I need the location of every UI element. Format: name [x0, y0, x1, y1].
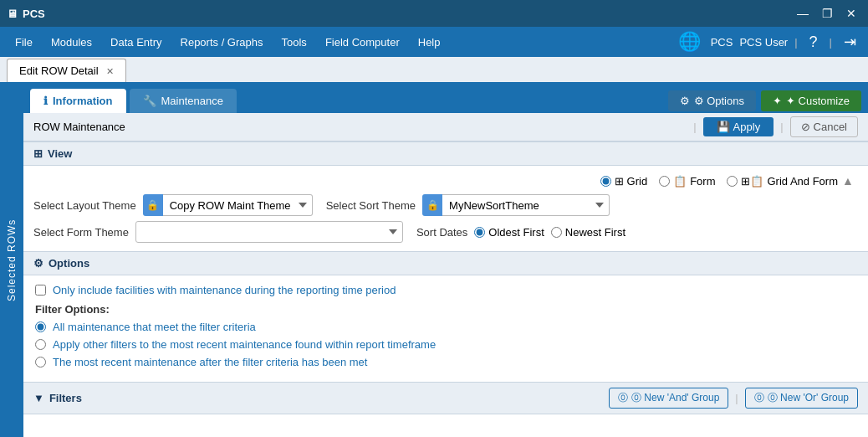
- action-bar-title: ROW Maintenance: [33, 121, 125, 133]
- sort-lock-icon: 🔒: [422, 194, 442, 216]
- options-button[interactable]: ⚙ ⚙ Options: [668, 90, 756, 111]
- and-group-icon: ⓪: [618, 391, 628, 405]
- view-section-header: ⊞ View: [23, 141, 868, 166]
- save-icon: 💾: [717, 121, 730, 133]
- radio-grid-and-form[interactable]: ⊞📋 Grid And Form: [727, 175, 838, 188]
- view-header-label: View: [48, 147, 72, 160]
- tab-maintenance-label: Maintenance: [161, 95, 223, 107]
- apply-button[interactable]: 💾 Apply: [703, 117, 774, 136]
- sort-theme-select-container: 🔒 MyNewSortTheme: [422, 194, 610, 216]
- app-title: PCS: [23, 8, 45, 20]
- menu-tools[interactable]: Tools: [273, 33, 315, 52]
- sort-dates-label: Sort Dates: [416, 226, 467, 239]
- minimize-btn[interactable]: —: [792, 5, 814, 22]
- logout-icon[interactable]: ⇥: [839, 31, 861, 53]
- help-icon[interactable]: ?: [804, 32, 823, 53]
- options-section: Only include facilities with maintenance…: [23, 275, 868, 382]
- tab-label: Edit ROW Detail: [19, 64, 99, 77]
- form-theme-select[interactable]: [135, 221, 403, 243]
- new-or-group-button[interactable]: ⓪ ⓪ New 'Or' Group: [745, 388, 858, 409]
- sort-theme-label: Select Sort Theme: [326, 199, 416, 212]
- filters-separator: |: [735, 392, 738, 404]
- radio-grid-and-form-input[interactable]: [727, 176, 738, 187]
- customize-button[interactable]: ✦ ✦ Customize: [761, 90, 861, 111]
- content-panel: ℹ Information 🔧 Maintenance ⚙ ⚙ Options …: [23, 84, 868, 437]
- content-tab-left: ℹ Information 🔧 Maintenance: [30, 89, 237, 113]
- options-header-label: Options: [49, 257, 89, 270]
- oldest-first-label: Oldest First: [488, 226, 544, 239]
- apply-label: Apply: [733, 121, 761, 133]
- action-bar: ROW Maintenance | 💾 Apply | ⊘ Cancel: [23, 113, 868, 141]
- maintenance-icon: 🔧: [143, 95, 156, 107]
- or-group-icon: ⓪: [754, 391, 764, 405]
- menu-data-entry[interactable]: Data Entry: [102, 33, 170, 52]
- options-gear-icon: ⚙: [33, 257, 43, 270]
- maximize-btn[interactable]: ❐: [817, 5, 838, 22]
- cancel-label: Cancel: [814, 121, 847, 133]
- radio-form-input[interactable]: [659, 176, 670, 187]
- sort-theme-select[interactable]: MyNewSortTheme: [442, 194, 610, 216]
- radio-most-recent-label[interactable]: The most recent maintenance after the fi…: [53, 356, 367, 368]
- radio-newest-first[interactable]: Newest First: [551, 226, 625, 239]
- radio-apply-other-label[interactable]: Apply other filters to the most recent m…: [53, 338, 436, 351]
- menu-file[interactable]: File: [7, 33, 41, 52]
- cancel-icon: ⊘: [801, 121, 810, 133]
- new-and-group-button[interactable]: ⓪ ⓪ New 'And' Group: [609, 388, 728, 409]
- separator-1: |: [693, 121, 696, 133]
- grid-and-form-icon: ⊞📋: [741, 175, 763, 188]
- filter-options-label: Filter Options:: [35, 303, 856, 316]
- filters-header-label: Filters: [49, 392, 82, 404]
- view-row-3: Select Form Theme Sort Dates Oldest Firs…: [33, 221, 858, 243]
- sort-dates-group: Sort Dates Oldest First Newest First: [416, 226, 625, 239]
- view-row-1: ⊞ Grid 📋 Form ⊞📋 Grid And Form: [33, 174, 858, 188]
- body-scroll[interactable]: ⊞ View ⊞ Grid 📋: [23, 141, 868, 437]
- content-tab-right: ⚙ ⚙ Options ✦ ✦ Customize: [668, 90, 861, 111]
- layout-theme-group: Select Layout Theme 🔒 Copy ROW Maint The…: [33, 194, 313, 216]
- radio-all-maintenance-input[interactable]: [35, 321, 46, 332]
- tab-information[interactable]: ℹ Information: [30, 89, 126, 113]
- checkbox-row-1: Only include facilities with maintenance…: [35, 284, 856, 296]
- radio-grid-input[interactable]: [600, 176, 611, 187]
- gear-icon: ⚙: [680, 95, 690, 107]
- tab-close-btn[interactable]: ✕: [106, 66, 114, 76]
- filters-body: [23, 414, 868, 437]
- title-bar-controls[interactable]: — ❐ ✕: [792, 5, 861, 22]
- new-and-group-label: ⓪ New 'And' Group: [631, 391, 719, 405]
- menu-bar: File Modules Data Entry Reports / Graphs…: [0, 27, 868, 57]
- options-section-header: ⚙ Options: [23, 251, 868, 275]
- radio-oldest-first-input[interactable]: [474, 227, 485, 238]
- new-or-group-label: ⓪ New 'Or' Group: [768, 391, 849, 405]
- layout-lock-icon: 🔒: [143, 194, 163, 216]
- radio-newest-first-input[interactable]: [551, 227, 562, 238]
- form-theme-group: Select Form Theme: [33, 221, 403, 243]
- sort-theme-group: Select Sort Theme 🔒 MyNewSortTheme: [326, 194, 610, 216]
- include-facilities-checkbox[interactable]: [35, 285, 46, 296]
- view-radio-group: ⊞ Grid 📋 Form ⊞📋 Grid And Form: [600, 175, 838, 188]
- title-bar: 🖥 PCS — ❐ ✕: [0, 0, 868, 27]
- form-icon: 📋: [673, 175, 687, 188]
- sort-dates-radios: Oldest First Newest First: [474, 226, 625, 239]
- cancel-button[interactable]: ⊘ Cancel: [790, 116, 858, 137]
- include-facilities-label[interactable]: Only include facilities with maintenance…: [53, 284, 396, 296]
- menu-help[interactable]: Help: [410, 33, 449, 52]
- layout-theme-select[interactable]: Copy ROW Maint Theme: [163, 194, 313, 216]
- expand-icon[interactable]: ▲: [838, 174, 858, 188]
- action-bar-buttons: | 💾 Apply | ⊘ Cancel: [693, 116, 858, 137]
- radio-apply-other-input[interactable]: [35, 339, 46, 350]
- radio-grid-and-form-label: Grid And Form: [767, 175, 838, 188]
- radio-form[interactable]: 📋 Form: [659, 175, 715, 188]
- menu-reports-graphs[interactable]: Reports / Graphs: [172, 33, 272, 52]
- menu-modules[interactable]: Modules: [43, 33, 100, 52]
- radio-row-most-recent: The most recent maintenance after the fi…: [35, 356, 856, 368]
- radio-oldest-first[interactable]: Oldest First: [474, 226, 544, 239]
- radio-grid[interactable]: ⊞ Grid: [600, 175, 648, 188]
- tab-maintenance[interactable]: 🔧 Maintenance: [130, 89, 237, 113]
- radio-row-all-maintenance: All maintenance that meet the filter cri…: [35, 321, 856, 333]
- close-btn[interactable]: ✕: [841, 5, 861, 22]
- filters-header-right: ⓪ ⓪ New 'And' Group | ⓪ ⓪ New 'Or' Group: [609, 388, 858, 409]
- menu-field-computer[interactable]: Field Computer: [317, 33, 408, 52]
- title-bar-left: 🖥 PCS: [7, 8, 45, 20]
- radio-most-recent-input[interactable]: [35, 357, 46, 368]
- tab-edit-row-detail[interactable]: Edit ROW Detail ✕: [7, 59, 126, 82]
- radio-all-maintenance-label[interactable]: All maintenance that meet the filter cri…: [53, 321, 256, 333]
